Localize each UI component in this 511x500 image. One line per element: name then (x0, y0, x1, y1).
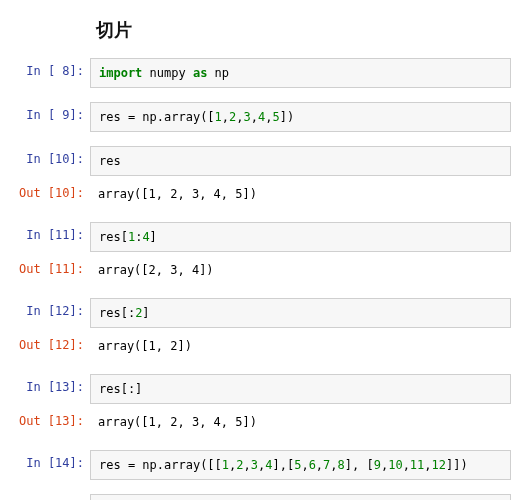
output-text: array([1, 2, 3, 4, 5]) (90, 180, 511, 208)
code-token: , (236, 110, 243, 124)
cell-gap (0, 360, 511, 374)
code-token: 9 (374, 458, 381, 472)
output-text: array([1, 2, 3, 4, 5]) (90, 408, 511, 436)
code-token: 3 (244, 110, 251, 124)
code-input[interactable]: res[:2] (90, 298, 511, 328)
code-token: ] (150, 230, 157, 244)
in-prompt: In [16]: (0, 494, 90, 500)
output-cell: Out [11]:array([2, 3, 4]) (0, 256, 511, 284)
input-cell: In [ 9]:res = np.array([1,2,3,4,5]) (0, 102, 511, 132)
cell-gap (0, 480, 511, 494)
code-token: numpy (142, 66, 193, 80)
code-token: 3 (251, 458, 258, 472)
input-cell: In [10]:res (0, 146, 511, 176)
code-input[interactable]: res = np.array([1,2,3,4,5]) (90, 102, 511, 132)
code-token: , (251, 110, 258, 124)
output-cell: Out [10]:array([1, 2, 3, 4, 5]) (0, 180, 511, 208)
out-prompt: Out [11]: (0, 256, 90, 282)
code-token: 10 (388, 458, 402, 472)
code-input[interactable]: res (90, 146, 511, 176)
output-text: array([1, 2]) (90, 332, 511, 360)
code-token: ]]) (446, 458, 468, 472)
cell-gap (0, 88, 511, 102)
code-token: , (424, 458, 431, 472)
code-token: , (244, 458, 251, 472)
code-token: 5 (272, 110, 279, 124)
input-cell: In [12]:res[:2] (0, 298, 511, 328)
code-token: ]) (280, 110, 294, 124)
code-token: 8 (338, 458, 345, 472)
code-token: 1 (215, 110, 222, 124)
code-token: res[:] (99, 382, 142, 396)
code-token: res = np.array([ (99, 110, 215, 124)
code-input[interactable]: res[1:3, 1:3] #### ，号的前面是行切片， 后面是列切片 (90, 494, 511, 500)
code-token: ], [ (345, 458, 374, 472)
output-text: array([2, 3, 4]) (90, 256, 511, 284)
input-cell: In [13]:res[:] (0, 374, 511, 404)
section-title: 切片 (96, 18, 511, 42)
code-token: , (316, 458, 323, 472)
output-cell: Out [12]:array([1, 2]) (0, 332, 511, 360)
code-token: res[ (99, 230, 128, 244)
code-token: as (193, 66, 207, 80)
cell-gap (0, 436, 511, 450)
in-prompt: In [13]: (0, 374, 90, 400)
input-cell: In [11]:res[1:4] (0, 222, 511, 252)
in-prompt: In [12]: (0, 298, 90, 324)
code-token: , (301, 458, 308, 472)
out-prompt: Out [10]: (0, 180, 90, 206)
cells-list: In [ 8]:import numpy as npIn [ 9]:res = … (0, 58, 511, 500)
in-prompt: In [11]: (0, 222, 90, 248)
code-token: ],[ (272, 458, 294, 472)
in-prompt: In [ 8]: (0, 58, 90, 84)
code-input[interactable]: res[:] (90, 374, 511, 404)
code-token: 4 (142, 230, 149, 244)
code-token: 2 (236, 458, 243, 472)
code-token: 6 (309, 458, 316, 472)
code-input[interactable]: res[1:4] (90, 222, 511, 252)
output-cell: Out [13]:array([1, 2, 3, 4, 5]) (0, 408, 511, 436)
cell-gap (0, 132, 511, 146)
code-token: 11 (410, 458, 424, 472)
code-input[interactable]: import numpy as np (90, 58, 511, 88)
code-token: 12 (432, 458, 446, 472)
cell-gap (0, 208, 511, 222)
in-prompt: In [14]: (0, 450, 90, 476)
code-input[interactable]: res = np.array([[1,2,3,4],[5,6,7,8], [9,… (90, 450, 511, 480)
code-token: ] (142, 306, 149, 320)
input-cell: In [16]:res[1:3, 1:3] #### ，号的前面是行切片， 后面… (0, 494, 511, 500)
code-token: import (99, 66, 142, 80)
in-prompt: In [ 9]: (0, 102, 90, 128)
code-token: , (403, 458, 410, 472)
code-token: np (207, 66, 229, 80)
code-token: 1 (222, 458, 229, 472)
out-prompt: Out [12]: (0, 332, 90, 358)
code-token: res = np.array([[ (99, 458, 222, 472)
code-token: res[: (99, 306, 135, 320)
code-token: , (222, 110, 229, 124)
input-cell: In [14]:res = np.array([[1,2,3,4],[5,6,7… (0, 450, 511, 480)
input-cell: In [ 8]:import numpy as np (0, 58, 511, 88)
code-token: res (99, 154, 121, 168)
code-token: , (330, 458, 337, 472)
in-prompt: In [10]: (0, 146, 90, 172)
notebook-container: 切片 In [ 8]:import numpy as npIn [ 9]:res… (0, 0, 511, 500)
cell-gap (0, 284, 511, 298)
out-prompt: Out [13]: (0, 408, 90, 434)
